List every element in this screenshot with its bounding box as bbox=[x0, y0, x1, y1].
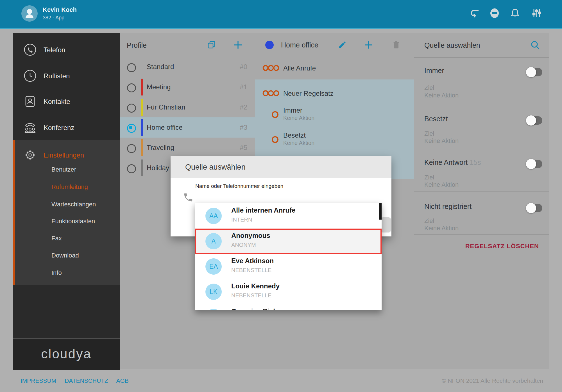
profile-number: #5 bbox=[240, 144, 247, 152]
section-besetzt: Besetzt Ziel Keine Aktion bbox=[414, 107, 549, 150]
source-title: Quelle auswählen bbox=[424, 41, 480, 49]
profile-name: Home office bbox=[147, 124, 183, 131]
profile-row-traveling[interactable]: Traveling #5 bbox=[120, 138, 255, 158]
radio-unselected[interactable] bbox=[127, 104, 136, 113]
sidebar: Telefon Ruflisten Kontakte bbox=[13, 33, 120, 369]
toggle-besetzt[interactable] bbox=[527, 116, 542, 125]
add-rule-icon[interactable] bbox=[364, 40, 373, 49]
search-icon[interactable] bbox=[530, 40, 540, 50]
phone-icon bbox=[23, 43, 37, 56]
toggle-nicht-registriert[interactable] bbox=[527, 204, 542, 212]
footer-link-impressum[interactable]: IMPRESSUM bbox=[21, 377, 56, 384]
rule-label: Alle Anrufe bbox=[283, 64, 316, 72]
profile-row-home-office[interactable]: Home office #3 bbox=[120, 117, 255, 138]
hidden-button bbox=[381, 217, 391, 233]
sidebar-item-label: Kontakte bbox=[44, 98, 70, 106]
settings-sliders-icon[interactable] bbox=[531, 8, 542, 19]
user-name: Kevin Koch bbox=[43, 6, 77, 13]
delete-ruleset-button[interactable]: REGELSATZ LÖSCHEN bbox=[465, 243, 539, 250]
sidebar-subitem-rufumleitung[interactable]: Rufumleitung bbox=[13, 180, 120, 194]
radio-unselected[interactable] bbox=[127, 144, 136, 153]
profiles-header: Profile bbox=[120, 33, 255, 57]
profile-row-standard[interactable]: Standard #0 bbox=[120, 57, 255, 77]
footer-link-agb[interactable]: AGB bbox=[116, 377, 129, 384]
user-avatar[interactable] bbox=[21, 5, 38, 22]
section-label: Nicht registriert bbox=[424, 202, 472, 211]
sidebar-item-telefon[interactable]: Telefon bbox=[13, 41, 120, 59]
rule-all-calls[interactable]: Alle Anrufe bbox=[255, 57, 414, 80]
rule-action: Keine Aktion bbox=[283, 140, 314, 146]
subitem-label: Download bbox=[51, 252, 79, 259]
contact-type: NEBENSTELLE bbox=[231, 292, 271, 299]
sidebar-item-einstellungen[interactable]: Einstellungen bbox=[13, 146, 120, 164]
section-keine-antwort: Keine Antwort 15s Ziel Keine Aktion bbox=[414, 150, 549, 192]
sidebar-item-kontakte[interactable]: Kontakte bbox=[13, 93, 120, 111]
radio-selected[interactable] bbox=[127, 124, 136, 133]
source-suggestions-list: AA Alle internen Anrufe INTERN A Anonymo… bbox=[195, 203, 382, 310]
sidebar-item-ruflisten[interactable]: Ruflisten bbox=[13, 67, 120, 85]
contact-name: Eve Atkinson bbox=[231, 257, 274, 265]
modal-input-label: Name oder Telefonnummer eingeben bbox=[195, 183, 283, 189]
profile-number: #0 bbox=[240, 63, 247, 71]
rule-condition: Immer bbox=[283, 106, 302, 114]
top-bar: Kevin Koch 382 - App bbox=[0, 0, 562, 29]
avatar: GB bbox=[205, 309, 222, 310]
profile-color-bar bbox=[141, 79, 143, 95]
list-item-louie-kennedy[interactable]: LK Louie Kennedy NEBENSTELLE bbox=[195, 279, 382, 304]
subitem-label: Warteschlangen bbox=[51, 201, 96, 208]
call-forward-icon[interactable] bbox=[469, 8, 481, 19]
radio-unselected[interactable] bbox=[127, 164, 136, 173]
profile-name: Meeting bbox=[147, 83, 171, 91]
subitem-label: Rufumleitung bbox=[51, 183, 88, 191]
sidebar-subitem-info[interactable]: Info bbox=[13, 266, 120, 280]
radio-unselected[interactable] bbox=[127, 63, 136, 72]
toggle-immer[interactable] bbox=[527, 68, 542, 76]
section-label: Keine Antwort 15s bbox=[424, 158, 481, 167]
avatar: A bbox=[205, 233, 222, 249]
trash-icon[interactable] bbox=[392, 40, 401, 49]
sidebar-subitem-fax[interactable]: Fax bbox=[13, 232, 120, 245]
avatar: AA bbox=[205, 208, 222, 224]
add-profile-icon[interactable] bbox=[234, 40, 243, 49]
profile-color-dot bbox=[265, 41, 274, 49]
profile-row-meeting[interactable]: Meeting #1 bbox=[120, 77, 255, 97]
contact-name: Georgina Bishop bbox=[231, 307, 285, 310]
target-label: Ziel bbox=[424, 130, 434, 137]
duplicate-profile-icon[interactable] bbox=[207, 40, 216, 49]
sidebar-subitem-funktionstasten[interactable]: Funktionstasten bbox=[13, 215, 120, 228]
timeout-value: 15s bbox=[470, 158, 481, 166]
subitem-label: Benutzer bbox=[51, 166, 76, 173]
profiles-title: Profile bbox=[127, 41, 147, 49]
sidebar-subitem-warteschlangen[interactable]: Warteschlangen bbox=[13, 198, 120, 211]
list-item-eve-atkinson[interactable]: EA Eve Atkinson NEBENSTELLE bbox=[195, 254, 382, 279]
avatar: EA bbox=[205, 258, 222, 275]
edit-icon[interactable] bbox=[338, 40, 347, 49]
source-panel: Quelle auswählen Immer Ziel Keine Aktion… bbox=[414, 33, 549, 369]
profile-number: #1 bbox=[240, 83, 247, 91]
profile-color-bar bbox=[141, 119, 143, 136]
footer-copyright: © NFON 2021 Alle Rechte vorbehalten bbox=[442, 377, 543, 384]
list-item-georgina-bishop[interactable]: GB Georgina Bishop bbox=[195, 304, 382, 310]
rules-profile-name: Home office bbox=[281, 41, 318, 49]
do-not-disturb-icon[interactable] bbox=[489, 8, 500, 19]
avatar: LK bbox=[205, 284, 222, 300]
notifications-icon[interactable] bbox=[509, 8, 521, 19]
section-label: Immer bbox=[424, 67, 444, 75]
ruleset-icon bbox=[262, 90, 280, 97]
profile-name: Für Christian bbox=[147, 103, 185, 111]
toggle-keine-antwort[interactable] bbox=[527, 160, 542, 168]
target-value: Keine Aktion bbox=[424, 225, 459, 232]
list-item-alle-internen-anrufe[interactable]: AA Alle internen Anrufe INTERN bbox=[195, 203, 382, 229]
modal-title: Quelle auswählen bbox=[185, 163, 246, 172]
list-item-anonymous[interactable]: A Anonymous ANONYM bbox=[195, 229, 382, 254]
contacts-icon bbox=[23, 95, 37, 108]
ruleset-title: Neuer Regelsatz bbox=[283, 90, 334, 97]
profile-color-bar bbox=[141, 99, 143, 116]
sidebar-subitem-download[interactable]: Download bbox=[13, 249, 120, 262]
sidebar-subitem-benutzer[interactable]: Benutzer bbox=[13, 163, 120, 176]
section-label: Besetzt bbox=[424, 115, 448, 123]
radio-unselected[interactable] bbox=[127, 83, 136, 92]
footer-link-datenschutz[interactable]: DATENSCHUTZ bbox=[65, 377, 108, 384]
profile-row-fuer-christian[interactable]: Für Christian #2 bbox=[120, 97, 255, 117]
sidebar-item-konferenz[interactable]: Konferenz bbox=[13, 119, 120, 137]
